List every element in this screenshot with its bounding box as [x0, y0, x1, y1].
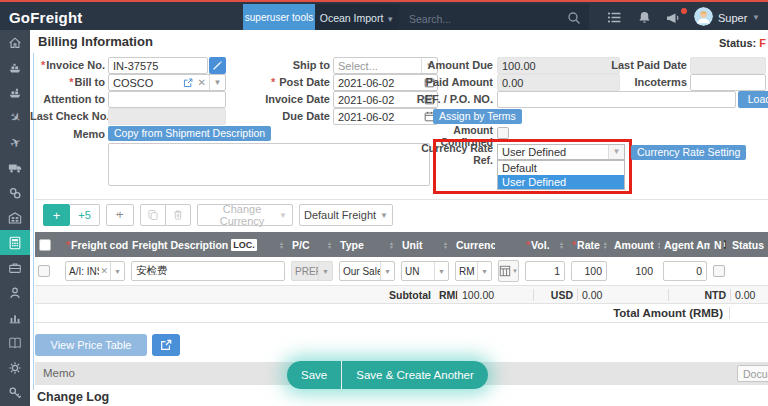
default-freight-dropdown[interactable]: Default Freight▼	[299, 204, 393, 226]
sidebar-item-briefcase[interactable]	[0, 255, 30, 280]
sidebar-item-settings[interactable]	[0, 355, 30, 380]
header-agent-amount[interactable]: Agent Amount▲▼	[660, 239, 710, 251]
assign-by-terms-button[interactable]: Assign by Terms	[433, 109, 522, 124]
sidebar-item-ledger[interactable]	[0, 330, 30, 355]
bar-chart-icon	[8, 311, 22, 325]
n-checkbox[interactable]	[713, 265, 725, 277]
currency-select[interactable]: RM▼	[455, 261, 492, 281]
currency-rate-ref-select[interactable]: User Defined ▼	[497, 144, 625, 160]
module-selector[interactable]: Ocean Import▼	[315, 4, 399, 32]
load-from-button[interactable]: Load fro	[738, 91, 768, 108]
agent-amount-input[interactable]	[663, 261, 707, 281]
copy-row-button[interactable]	[140, 204, 166, 226]
sort-icon[interactable]: ▲▼	[324, 241, 332, 249]
view-price-table-button[interactable]: View Price Table	[35, 334, 147, 356]
sidebar-item-home[interactable]	[0, 30, 30, 55]
bill-to-combobox[interactable]: COSCO ✕ ▼	[108, 74, 226, 91]
sort-icon[interactable]: ▲▼	[556, 241, 564, 249]
clear-icon[interactable]: ✕	[195, 77, 209, 88]
loc-toggle[interactable]: LOC.	[231, 239, 257, 251]
chevron-down-icon[interactable]: ▼	[380, 262, 394, 280]
option-user-defined[interactable]: User Defined	[498, 175, 624, 189]
user-avatar[interactable]	[694, 7, 713, 26]
status-value: F	[759, 37, 766, 49]
open-price-table-button[interactable]	[152, 334, 180, 356]
save-button[interactable]: Save	[287, 361, 341, 389]
unit-select[interactable]: UN▼	[401, 261, 449, 281]
superuser-tools-button[interactable]: superuser tools	[243, 4, 315, 32]
sidebar-item-warehouse[interactable]	[0, 205, 30, 230]
clear-icon[interactable]: ✕	[99, 266, 111, 276]
memo-textarea[interactable]	[108, 143, 430, 186]
sidebar-item-reports[interactable]	[0, 305, 30, 330]
currency-rate-setting-button[interactable]: Currency Rate Setting	[631, 145, 746, 160]
save-and-create-another-button[interactable]: Save & Create Another	[342, 361, 488, 389]
user-menu[interactable]: Super	[718, 4, 747, 32]
ref-po-no-input[interactable]	[497, 91, 736, 108]
grid-calculator-icon	[499, 265, 511, 277]
header-type[interactable]: Type▲▼	[336, 239, 398, 251]
bill-to-label: *Bill to	[30, 74, 105, 91]
sidebar-item-ocean-export[interactable]	[0, 80, 30, 105]
paid-amount-label: Paid Amount	[400, 74, 493, 91]
header-amount[interactable]: Amount▲▼	[610, 239, 660, 251]
rate-input[interactable]	[571, 261, 607, 281]
generate-invoice-button[interactable]	[209, 57, 226, 74]
chevron-down-icon[interactable]: ▼	[110, 262, 124, 280]
freight-code-combobox[interactable]: A/I: INS...✕▼	[65, 261, 125, 281]
total-row: Total Amount (RMB)	[35, 304, 768, 323]
header-unit[interactable]: Unit▲▼	[398, 239, 452, 251]
sort-icon[interactable]: ▲▼	[386, 241, 394, 249]
announcements-megaphone-icon[interactable]	[665, 10, 681, 26]
document-button[interactable]: Documen	[737, 365, 768, 382]
chevron-down-icon[interactable]: ▼	[209, 75, 225, 90]
sidebar-item-trucking[interactable]	[0, 155, 30, 180]
notifications-bell-icon[interactable]	[637, 10, 652, 25]
incoterms-input[interactable]	[690, 74, 766, 91]
chevron-down-icon[interactable]: ▼	[477, 262, 491, 280]
add-five-rows-button[interactable]: +5	[70, 204, 100, 226]
header-freight-description[interactable]: Freight DescriptionLOC.▲▼	[128, 239, 288, 251]
search-icon[interactable]	[567, 11, 581, 25]
amount-confirmed-checkbox[interactable]	[497, 127, 509, 139]
table-row: A/I: INS...✕▼ PREPA▼ Our Sales▼ UN▼ RM▼ …	[35, 257, 768, 286]
type-select[interactable]: Our Sales▼	[339, 261, 395, 281]
sort-icon[interactable]: ▲▼	[440, 241, 448, 249]
sidebar-item-customers[interactable]	[0, 280, 30, 305]
invoice-no-input[interactable]	[108, 57, 208, 74]
last-check-no-label: Last Check No.	[30, 108, 105, 125]
queue-list-icon[interactable]	[607, 10, 622, 25]
due-date-input[interactable]: 2021-06-02	[333, 108, 438, 125]
change-currency-button[interactable]: Change Currency▼	[197, 204, 293, 226]
select-all-checkbox[interactable]	[39, 239, 51, 251]
sidebar-item-ocean-import[interactable]	[0, 55, 30, 80]
row-checkbox[interactable]	[38, 265, 50, 277]
attention-to-input[interactable]	[108, 91, 226, 108]
header-currency[interactable]: Currency	[452, 239, 495, 251]
freight-description-input[interactable]	[131, 261, 285, 281]
header-vol[interactable]: *Vol.▲▼	[522, 239, 568, 251]
sidebar-item-links[interactable]	[0, 180, 30, 205]
header-freight-code[interactable]: *Freight code▲▼	[62, 239, 128, 251]
open-partner-link-icon[interactable]	[181, 78, 195, 88]
chevron-down-icon[interactable]: ▼	[752, 4, 760, 32]
header-rate[interactable]: *Rate▲▼	[568, 239, 610, 251]
add-multiple-button[interactable]: ++	[106, 204, 134, 226]
copy-from-shipment-button[interactable]: Copy from Shipment Description	[108, 126, 271, 141]
sidebar-item-air-export[interactable]: ✈	[0, 130, 30, 155]
sidebar-item-air-import[interactable]: ✈	[0, 105, 30, 130]
chevron-down-icon: ▼	[608, 145, 624, 159]
rate-calculator-button[interactable]: ▼	[498, 260, 519, 282]
option-default[interactable]: Default	[498, 161, 624, 175]
incoterms-label: Incoterms	[600, 74, 687, 91]
add-row-button[interactable]: +	[43, 204, 70, 226]
delete-row-button[interactable]	[165, 204, 191, 226]
sort-icon[interactable]: ▲▼	[276, 241, 284, 249]
sort-icon[interactable]: ▲▼	[600, 241, 608, 249]
sidebar-item-keys[interactable]	[0, 380, 30, 405]
sidebar-item-accounting[interactable]	[0, 230, 30, 255]
info-icon[interactable]: i	[724, 240, 726, 249]
chevron-down-icon[interactable]: ▼	[434, 262, 448, 280]
vol-input[interactable]	[525, 261, 565, 281]
header-pc[interactable]: P/C▲▼	[288, 239, 336, 251]
